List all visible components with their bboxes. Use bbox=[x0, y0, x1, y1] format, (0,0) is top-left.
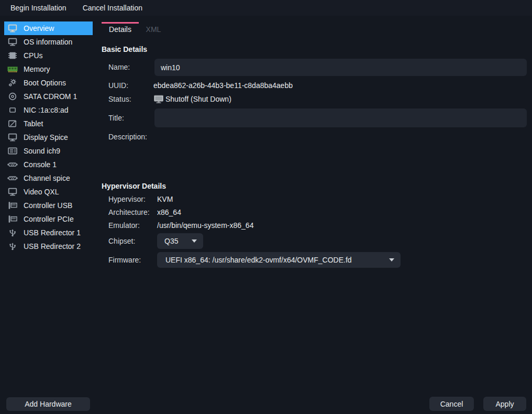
sidebar-item-label: Controller USB bbox=[24, 201, 72, 210]
sidebar-item-video-qxl[interactable]: Video QXL bbox=[4, 185, 93, 199]
sidebar-item-label: Sound ich9 bbox=[24, 147, 60, 155]
tab-xml[interactable]: XML bbox=[139, 22, 168, 36]
firmware-label: Firmware: bbox=[108, 255, 141, 265]
memory-icon bbox=[7, 65, 18, 73]
title-input[interactable] bbox=[154, 108, 527, 127]
sidebar-item-sata-cdrom-1[interactable]: SATA CDROM 1 bbox=[4, 90, 93, 103]
sidebar-item-channel-spice[interactable]: Channel spice bbox=[4, 171, 93, 185]
chevron-down-icon bbox=[389, 258, 394, 262]
chipset-selected-value: Q35 bbox=[164, 237, 178, 245]
sidebar-item-usb-redirector-2[interactable]: USB Redirector 2 bbox=[4, 239, 93, 253]
hypervisor-label: Hypervisor: bbox=[108, 194, 146, 204]
sidebar-item-label: NIC :1a:c8:ad bbox=[24, 106, 69, 114]
tab-details[interactable]: Details bbox=[102, 22, 139, 36]
sidebar-item-boot-options[interactable]: Boot Options bbox=[4, 76, 93, 90]
sidebar-item-display-spice[interactable]: Display Spice bbox=[4, 130, 93, 144]
sidebar-item-label: USB Redirector 1 bbox=[24, 228, 81, 237]
firmware-dropdown[interactable]: UEFI x86_64: /usr/share/edk2-ovmf/x64/OV… bbox=[157, 252, 401, 268]
sidebar-item-label: OS information bbox=[24, 38, 72, 46]
usb-icon bbox=[7, 228, 18, 237]
sidebar-item-usb-redirector-1[interactable]: USB Redirector 1 bbox=[4, 226, 93, 239]
sidebar-item-label: Memory bbox=[24, 65, 50, 73]
firmware-selected-value: UEFI x86_64: /usr/share/edk2-ovmf/x64/OV… bbox=[165, 256, 352, 264]
sidebar-item-label: SATA CDROM 1 bbox=[24, 92, 77, 101]
sound-card-icon bbox=[7, 147, 18, 155]
chipset-label: Chipset: bbox=[108, 236, 135, 246]
monitor-icon bbox=[7, 133, 18, 141]
basic-details-heading: Basic Details bbox=[102, 45, 147, 54]
hypervisor-details-heading: Hypervisor Details bbox=[102, 181, 166, 191]
chipset-dropdown[interactable]: Q35 bbox=[157, 233, 203, 249]
sidebar-item-label: Overview bbox=[24, 24, 54, 32]
tablet-icon bbox=[7, 119, 18, 128]
sidebar-item-label: Controller PCIe bbox=[24, 215, 74, 223]
controller-icon bbox=[7, 215, 18, 223]
sidebar-item-memory[interactable]: Memory bbox=[4, 62, 93, 76]
sidebar-item-controller-usb[interactable]: Controller USB bbox=[4, 199, 93, 212]
architecture-value: x86_64 bbox=[157, 208, 181, 217]
sidebar-item-tablet[interactable]: Tablet bbox=[4, 117, 93, 130]
chevron-down-icon bbox=[192, 239, 197, 243]
usb-icon bbox=[7, 242, 18, 250]
toolbar: Begin Installation Cancel Installation bbox=[0, 0, 532, 16]
status-label: Status: bbox=[108, 94, 131, 104]
sidebar-item-label: Console 1 bbox=[24, 160, 57, 169]
hypervisor-value: KVM bbox=[157, 194, 173, 204]
sidebar-item-os-information[interactable]: OS information bbox=[4, 35, 93, 49]
cancel-button[interactable]: Cancel bbox=[429, 397, 474, 411]
uuid-label: UUID: bbox=[108, 81, 128, 90]
description-input[interactable] bbox=[154, 132, 529, 168]
monitor-icon bbox=[7, 24, 18, 32]
sidebar-item-console-1[interactable]: Console 1 bbox=[4, 158, 93, 171]
uuid-value: ebdea862-a26b-44b3-be11-c8da8ba4aebb bbox=[153, 81, 293, 90]
hardware-list: OverviewOS informationCPUsMemoryBoot Opt… bbox=[0, 16, 97, 390]
sidebar-item-overview[interactable]: Overview bbox=[4, 21, 93, 35]
sidebar-item-cpus[interactable]: CPUs bbox=[4, 49, 93, 62]
sidebar-item-sound-ich9[interactable]: Sound ich9 bbox=[4, 144, 93, 158]
begin-installation-button[interactable]: Begin Installation bbox=[10, 3, 66, 13]
nic-icon bbox=[7, 106, 18, 114]
sidebar-item-label: CPUs bbox=[24, 51, 43, 60]
sidebar-item-label: Channel spice bbox=[24, 174, 70, 182]
emulator-value: /usr/bin/qemu-system-x86_64 bbox=[157, 221, 253, 230]
controller-icon bbox=[7, 201, 18, 210]
sidebar-item-label: Tablet bbox=[24, 119, 43, 128]
sidebar-item-label: Video QXL bbox=[24, 188, 59, 196]
boot-gear-icon bbox=[7, 79, 18, 87]
sidebar-item-label: Boot Options bbox=[24, 79, 66, 87]
tab-bar: Details XML bbox=[102, 22, 168, 36]
sidebar-item-nic-1a-c8-ad[interactable]: NIC :1a:c8:ad bbox=[4, 103, 93, 117]
emulator-label: Emulator: bbox=[108, 221, 140, 230]
apply-button[interactable]: Apply bbox=[483, 397, 526, 411]
name-input[interactable] bbox=[154, 59, 527, 76]
cancel-installation-button[interactable]: Cancel Installation bbox=[83, 3, 142, 13]
cdrom-icon bbox=[7, 92, 18, 101]
architecture-label: Architecture: bbox=[108, 208, 150, 217]
sidebar-item-label: Display Spice bbox=[24, 133, 68, 141]
status-value-group: Shutoff (Shut Down) bbox=[153, 94, 231, 104]
serial-port-icon bbox=[7, 174, 18, 182]
sidebar-item-label: USB Redirector 2 bbox=[24, 242, 81, 250]
cpu-icon bbox=[7, 51, 18, 60]
monitor-icon bbox=[153, 95, 164, 104]
add-hardware-button[interactable]: Add Hardware bbox=[6, 397, 90, 411]
title-label: Title: bbox=[108, 113, 124, 123]
sidebar-item-controller-pcie[interactable]: Controller PCIe bbox=[4, 212, 93, 226]
serial-port-icon bbox=[7, 160, 18, 169]
monitor-icon bbox=[7, 38, 18, 46]
status-value: Shutoff (Shut Down) bbox=[165, 94, 231, 104]
monitor-icon bbox=[7, 188, 18, 196]
description-label: Description: bbox=[108, 132, 147, 141]
name-label: Name: bbox=[108, 62, 130, 72]
